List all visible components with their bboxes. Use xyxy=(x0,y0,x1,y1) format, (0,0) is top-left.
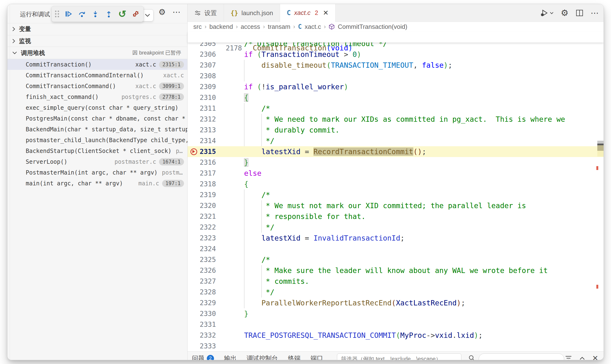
code-token xyxy=(227,126,266,134)
frame-line-badge: 1674:1 xyxy=(159,158,184,165)
line-number[interactable]: 2316 xyxy=(188,157,216,168)
code-token: ParallelWorkerReportLastRecEnd xyxy=(261,299,392,307)
line-number[interactable]: 2320 xyxy=(188,200,216,211)
line-number[interactable]: 2330 xyxy=(188,308,216,319)
panel-tab-输出[interactable]: 输出 xyxy=(224,354,236,360)
stack-frame-row[interactable]: PostmasterMain(int argc, char ** argv)po… xyxy=(7,167,187,178)
panel-tab-调试控制台[interactable]: 调试控制台 xyxy=(247,354,278,360)
more-actions-icon[interactable]: ⋯ xyxy=(591,9,599,17)
line-number[interactable]: 2310 xyxy=(188,92,216,103)
panel-tab-终端[interactable]: 终端 xyxy=(288,354,300,360)
section-variables[interactable]: 变量 xyxy=(7,23,187,35)
drag-handle-icon[interactable] xyxy=(55,11,59,17)
line-number[interactable]: 2321 xyxy=(188,211,216,222)
line-number[interactable]: 2325 xyxy=(188,254,216,265)
stack-frame-row[interactable]: main(int argc, char ** argv)main.c197:1 xyxy=(7,178,187,189)
section-call-stack[interactable]: 调用堆栈 因 breakpoint 已暂停 xyxy=(7,47,187,59)
close-icon[interactable]: ✕ xyxy=(323,9,329,17)
code-token: * responsible for that. xyxy=(266,212,365,221)
disconnect-button[interactable] xyxy=(132,10,140,18)
frame-function: exec_simple_query(const char * query_str… xyxy=(26,104,179,111)
sticky-scroll-line[interactable]: 2178CommitTransaction(void) xyxy=(188,31,604,42)
line-number[interactable]: 2328 xyxy=(188,287,216,298)
tab-launch-json[interactable]: {} launch.json xyxy=(224,4,280,22)
restart-button[interactable]: ↺ xyxy=(118,10,126,18)
overview-ruler[interactable] xyxy=(596,31,604,351)
code-token: ( xyxy=(396,331,400,339)
code-token: TRACE_POSTGRESQL_TRANSACTION_COMMIT xyxy=(244,331,396,339)
code-text: /* xyxy=(227,254,270,265)
stack-frame-row[interactable]: PostgresMain(const char * dbname, const … xyxy=(7,113,187,124)
line-number[interactable]: 2322 xyxy=(188,222,216,233)
line-number[interactable]: 2331 xyxy=(188,319,216,330)
breadcrumb-item[interactable]: access xyxy=(241,23,260,30)
breadcrumb-item[interactable]: src xyxy=(193,23,202,30)
more-actions-icon[interactable]: ⋯ xyxy=(172,8,181,16)
line-number[interactable]: 2314 xyxy=(188,135,216,146)
line-number[interactable]: 2312 xyxy=(188,114,216,125)
line-number[interactable]: 2311 xyxy=(188,103,216,114)
line-number[interactable]: 2323 xyxy=(188,233,216,244)
stack-frame-row[interactable]: CommitTransactionCommand()xact.c3099:1 xyxy=(7,81,187,91)
code-token: -> xyxy=(426,331,435,339)
split-editor-icon[interactable] xyxy=(576,9,583,17)
panel-secondary-input[interactable] xyxy=(479,353,564,360)
code-token: InvalidTransactionId xyxy=(313,234,400,242)
code-token xyxy=(227,115,266,123)
line-number[interactable]: 2329 xyxy=(188,298,216,308)
tab-settings[interactable]: 设置 xyxy=(188,4,224,22)
stack-frame-row[interactable]: CommitTransaction()xact.c2315:1 xyxy=(7,59,187,70)
tab-xact-c[interactable]: C xact.c 2 ✕ xyxy=(280,4,336,22)
stack-frame-row[interactable]: finish_xact_command()postgres.c2778:1 xyxy=(7,91,187,102)
gear-icon[interactable]: ⚙ xyxy=(158,8,166,16)
code-token: void xyxy=(331,44,348,52)
stack-frame-row[interactable]: BackendStartup(ClientSocket * client_soc… xyxy=(7,145,187,156)
gear-icon[interactable]: ⚙ xyxy=(561,9,569,17)
section-watch[interactable]: 监视 xyxy=(7,35,187,47)
line-number[interactable]: 2319 xyxy=(188,189,216,200)
breadcrumb-item[interactable]: backend xyxy=(209,23,233,30)
breadcrumb-item[interactable]: CommitTransaction(void) xyxy=(338,23,407,30)
step-into-button[interactable] xyxy=(91,10,99,18)
frame-file: postmaster.c xyxy=(110,158,156,165)
code-text: { xyxy=(227,92,248,103)
line-number[interactable]: 2317 xyxy=(188,168,216,179)
close-icon[interactable]: ✕ xyxy=(592,354,598,360)
step-over-button[interactable] xyxy=(78,10,86,18)
frame-function: CommitTransactionCommandInternal() xyxy=(26,72,144,79)
stack-frame-row[interactable]: CommitTransactionCommandInternal()xact.c xyxy=(7,70,187,81)
line-number[interactable]: 2315 xyxy=(188,146,216,157)
line-number[interactable]: 2332 xyxy=(188,330,216,341)
line-number[interactable]: 2313 xyxy=(188,125,216,135)
list-filter-icon[interactable] xyxy=(565,355,572,360)
code-token xyxy=(227,93,244,102)
code-text: disable_timeout(TRANSACTION_TIMEOUT, fal… xyxy=(227,60,452,71)
code-token: ; xyxy=(461,299,465,307)
line-number[interactable]: 2326 xyxy=(188,265,216,276)
code-token xyxy=(227,104,261,113)
line-number[interactable]: 2327 xyxy=(188,276,216,287)
continue-button[interactable] xyxy=(64,10,73,18)
line-number[interactable]: 2324 xyxy=(188,244,216,254)
run-debug-button[interactable] xyxy=(540,9,554,17)
panel-tab-端口[interactable]: 端口 xyxy=(311,354,323,360)
code-viewport[interactable]: 2305 /* Disable transaction timeout */23… xyxy=(188,38,604,351)
stack-frame-row[interactable]: ServerLoop()postmaster.c1674:1 xyxy=(7,156,187,167)
line-number[interactable]: 2333 xyxy=(188,341,216,351)
stack-frame-row[interactable]: BackendMain(char * startup_data, size_t … xyxy=(7,124,187,135)
line-number[interactable]: 2308 xyxy=(188,71,216,81)
code-token: ; xyxy=(400,234,404,242)
line-number[interactable]: 2318 xyxy=(188,179,216,189)
panel-tab-问题[interactable]: 问题2 xyxy=(192,354,214,360)
breadcrumb-item[interactable]: xact.c xyxy=(305,23,321,30)
stack-frame-row[interactable]: postmaster_child_launch(BackendType chil… xyxy=(7,135,187,145)
breadcrumb-item[interactable]: transam xyxy=(268,23,290,30)
chevron-up-icon[interactable] xyxy=(579,356,585,360)
code-token: ) xyxy=(444,61,448,69)
stack-frame-row[interactable]: exec_simple_query(const char * query_str… xyxy=(7,102,187,113)
code-token xyxy=(227,223,266,232)
paused-status: 因 breakpoint 已暂停 xyxy=(132,49,181,56)
step-out-button[interactable] xyxy=(105,10,113,18)
problems-filter-input[interactable] xyxy=(337,353,461,360)
line-number[interactable]: 2309 xyxy=(188,81,216,92)
